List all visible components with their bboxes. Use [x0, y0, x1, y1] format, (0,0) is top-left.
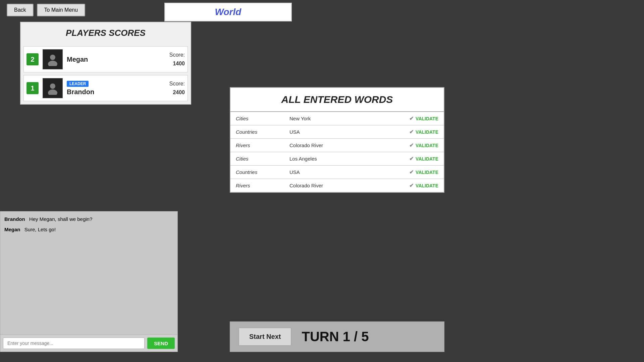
- player-row-brandon: 1 LEADER Brandon Score: 2400: [23, 75, 188, 101]
- game-title: World: [215, 7, 241, 17]
- validate-button-0[interactable]: ✔ VALIDATE: [409, 115, 438, 122]
- chat-panel: Brandon Hey Megan, shall we begin? Megan…: [0, 211, 178, 352]
- word-category-1: Countries: [236, 129, 289, 135]
- validate-check-icon-2: ✔: [409, 142, 414, 148]
- validate-check-icon-4: ✔: [409, 169, 414, 175]
- validate-label-3: VALIDATE: [416, 156, 438, 162]
- word-value-0: New York: [289, 116, 409, 121]
- leader-badge: LEADER: [67, 81, 89, 87]
- chat-messages: Brandon Hey Megan, shall we begin? Megan…: [0, 212, 177, 335]
- chat-sender-0: Brandon: [4, 216, 25, 222]
- svg-point-3: [48, 89, 57, 95]
- player-rank-megan: 2: [26, 53, 39, 65]
- word-category-2: Rivers: [236, 142, 289, 148]
- chat-message-0: Brandon Hey Megan, shall we begin?: [4, 216, 173, 223]
- chat-input-area: SEND: [0, 335, 177, 352]
- validate-label-2: VALIDATE: [416, 143, 438, 148]
- word-category-3: Cities: [236, 156, 289, 162]
- validate-check-icon-0: ✔: [409, 115, 414, 122]
- word-value-2: Colorado River: [289, 142, 409, 148]
- svg-point-2: [50, 83, 55, 89]
- player-score-brandon: Score: 2400: [169, 79, 185, 97]
- validate-label-4: VALIDATE: [416, 170, 438, 175]
- avatar-brandon: [43, 78, 63, 98]
- players-heading: PLAYERS SCORES: [21, 22, 191, 44]
- avatar-megan: [43, 49, 63, 69]
- chat-text-0: Hey Megan, shall we begin?: [29, 216, 92, 222]
- validate-check-icon-3: ✔: [409, 156, 414, 162]
- top-bar: Back To Main Menu: [0, 0, 644, 20]
- word-row-1: Countries USA ✔ VALIDATE: [230, 125, 444, 139]
- validate-button-4[interactable]: ✔ VALIDATE: [409, 169, 438, 175]
- words-panel: ALL ENTERED WORDS Cities New York ✔ VALI…: [230, 87, 444, 193]
- start-next-button[interactable]: Start Next: [238, 327, 291, 346]
- validate-check-icon-5: ✔: [409, 182, 414, 189]
- validate-label-1: VALIDATE: [416, 129, 438, 135]
- title-box: World: [164, 3, 292, 21]
- turn-indicator: TURN 1 / 5: [302, 329, 369, 344]
- validate-button-5[interactable]: ✔ VALIDATE: [409, 182, 438, 189]
- word-value-1: USA: [289, 129, 409, 135]
- main-menu-button[interactable]: To Main Menu: [37, 4, 86, 16]
- player-name-megan: Megan: [67, 56, 165, 63]
- word-category-4: Countries: [236, 169, 289, 175]
- players-panel: PLAYERS SCORES 2 Megan Score: 1400 1 LEA…: [20, 22, 191, 105]
- word-value-3: Los Angeles: [289, 156, 409, 162]
- word-row-2: Rivers Colorado River ✔ VALIDATE: [230, 139, 444, 152]
- chat-message-1: Megan Sure, Lets go!: [4, 226, 173, 233]
- validate-check-icon-1: ✔: [409, 129, 414, 135]
- player-info-brandon: LEADER Brandon: [67, 80, 165, 96]
- word-row-5: Rivers Colorado River ✔ VALIDATE: [230, 179, 444, 192]
- word-category-0: Cities: [236, 116, 289, 121]
- validate-button-1[interactable]: ✔ VALIDATE: [409, 129, 438, 135]
- word-row-0: Cities New York ✔ VALIDATE: [230, 112, 444, 125]
- player-rank-brandon: 1: [26, 82, 39, 94]
- player-row-megan: 2 Megan Score: 1400: [23, 46, 188, 72]
- validate-label-5: VALIDATE: [416, 183, 438, 188]
- chat-text-1: Sure, Lets go!: [24, 227, 56, 232]
- words-rows: Cities New York ✔ VALIDATE Countries USA…: [230, 112, 444, 192]
- word-value-4: USA: [289, 169, 409, 175]
- player-info-megan: Megan: [67, 56, 165, 63]
- validate-label-0: VALIDATE: [416, 116, 438, 121]
- bottom-bar: Start Next TURN 1 / 5: [230, 321, 444, 352]
- word-row-3: Cities Los Angeles ✔ VALIDATE: [230, 152, 444, 166]
- word-row-4: Countries USA ✔ VALIDATE: [230, 166, 444, 179]
- svg-point-0: [50, 55, 55, 60]
- send-button[interactable]: SEND: [147, 338, 175, 349]
- back-button[interactable]: Back: [7, 4, 34, 16]
- validate-button-2[interactable]: ✔ VALIDATE: [409, 142, 438, 148]
- word-value-5: Colorado River: [289, 183, 409, 188]
- player-score-megan: Score: 1400: [169, 51, 185, 68]
- player-name-brandon: Brandon: [67, 88, 165, 96]
- words-heading: ALL ENTERED WORDS: [230, 88, 444, 112]
- chat-sender-1: Megan: [4, 227, 20, 232]
- chat-input[interactable]: [3, 338, 145, 349]
- svg-point-1: [48, 61, 57, 66]
- validate-button-3[interactable]: ✔ VALIDATE: [409, 156, 438, 162]
- word-category-5: Rivers: [236, 183, 289, 188]
